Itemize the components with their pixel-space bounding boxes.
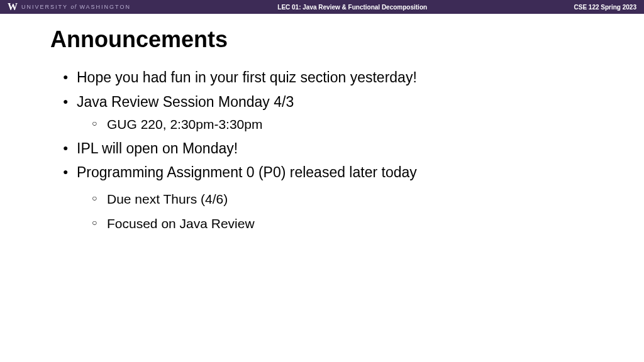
page-title: Announcements: [50, 26, 594, 53]
sub-list: Due next Thurs (4/6) Focused on Java Rev…: [77, 189, 594, 234]
slide-header: W UNIVERSITY of WASHINGTON LEC 01: Java …: [0, 0, 644, 14]
uw-washington: WASHINGTON: [79, 4, 131, 10]
uw-logo-icon: W: [8, 2, 18, 12]
course-info: CSE 122 Spring 2023: [574, 4, 636, 11]
uw-university: UNIVERSITY: [21, 4, 68, 10]
list-item: Java Review Session Monday 4/3 GUG 220, …: [63, 91, 594, 135]
sub-list-item: Due next Thurs (4/6): [92, 189, 594, 210]
announcements-list: Hope you had fun in your first quiz sect…: [50, 67, 594, 234]
header-left: W UNIVERSITY of WASHINGTON: [8, 2, 131, 12]
slide-content: Announcements Hope you had fun in your f…: [0, 14, 644, 234]
list-item: Programming Assignment 0 (P0) released l…: [63, 162, 594, 234]
list-item-text: Java Review Session Monday 4/3: [77, 94, 294, 110]
list-item-text: IPL will open on Monday!: [77, 140, 238, 156]
uw-text: UNIVERSITY of WASHINGTON: [21, 4, 131, 10]
list-item-text: Programming Assignment 0 (P0) released l…: [77, 164, 417, 180]
list-item: Hope you had fun in your first quiz sect…: [63, 67, 594, 89]
list-item: IPL will open on Monday!: [63, 138, 594, 160]
sub-list-item: GUG 220, 2:30pm-3:30pm: [92, 114, 594, 135]
sub-list-item-text: GUG 220, 2:30pm-3:30pm: [107, 117, 262, 131]
lecture-title: LEC 01: Java Review & Functional Decompo…: [277, 4, 427, 11]
sub-list: GUG 220, 2:30pm-3:30pm: [77, 114, 594, 135]
sub-list-item-text: Due next Thurs (4/6): [107, 192, 228, 206]
uw-of: of: [70, 4, 77, 10]
sub-list-item: Focused on Java Review: [92, 213, 594, 234]
sub-list-item-text: Focused on Java Review: [107, 216, 255, 231]
list-item-text: Hope you had fun in your first quiz sect…: [77, 69, 417, 85]
